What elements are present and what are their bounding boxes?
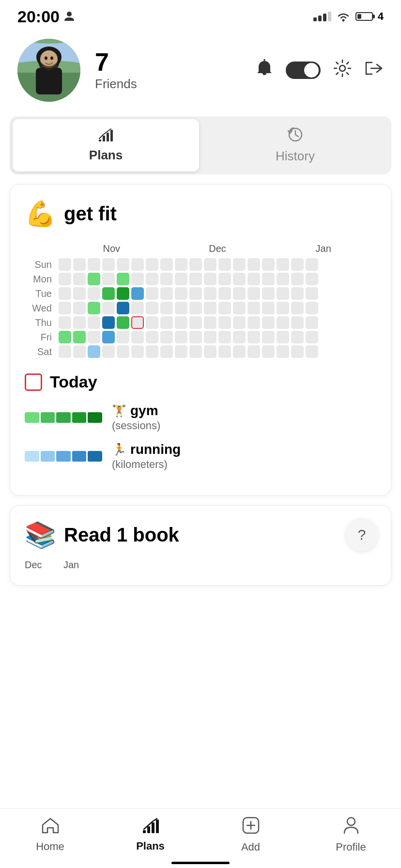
- nav-plans[interactable]: Plans: [122, 818, 180, 852]
- calendar-row-tue: Tue: [25, 287, 376, 300]
- month-dec: Dec: [165, 243, 271, 254]
- svg-point-10: [263, 59, 265, 61]
- home-icon: [42, 817, 59, 837]
- friends-count: 7: [95, 49, 137, 75]
- svg-point-11: [339, 65, 345, 71]
- settings-icon[interactable]: [333, 59, 352, 82]
- nav-plans-icon: [142, 818, 159, 837]
- calendar-row-wed: Wed: [25, 302, 376, 314]
- today-header: Today: [25, 372, 376, 391]
- nav-profile-icon: [343, 817, 359, 838]
- nav-add-label: Add: [241, 841, 260, 853]
- battery-level: 4: [378, 10, 384, 23]
- avatar: [17, 39, 80, 102]
- gym-name-row: 🏋️ gym: [112, 403, 160, 418]
- battery-icon: [355, 12, 373, 21]
- svg-rect-14: [107, 133, 109, 141]
- toggle-knob: [304, 63, 319, 78]
- profile-info: 7 Friends: [95, 49, 137, 92]
- svg-point-1: [342, 19, 344, 22]
- calendar-grid: Sun Mon: [25, 258, 376, 358]
- running-unit: (kilometers): [112, 458, 181, 471]
- today-checkbox[interactable]: [25, 373, 42, 391]
- friends-label: Friends: [95, 77, 137, 92]
- svg-point-8: [45, 57, 47, 60]
- profile-actions: [256, 59, 384, 82]
- plan-emoji: 💪: [25, 199, 56, 229]
- toggle-switch[interactable]: [286, 62, 321, 79]
- history-icon: [288, 127, 303, 146]
- svg-point-0: [67, 12, 72, 16]
- profile-header: 7 Friends: [0, 29, 401, 116]
- day-label-fri: Fri: [25, 332, 57, 343]
- calendar-row-sun: Sun: [25, 258, 376, 271]
- svg-rect-13: [103, 136, 105, 141]
- nav-home[interactable]: Home: [21, 817, 79, 853]
- gym-activity-info: 🏋️ gym (sessions): [112, 403, 160, 432]
- calendar-row-fri: Fri: [25, 331, 376, 343]
- day-label-sat: Sat: [25, 346, 57, 357]
- calendar-row-mon: Mon: [25, 273, 376, 285]
- book-month-dec: Dec: [25, 559, 63, 571]
- svg-rect-18: [147, 826, 150, 833]
- nav-indicator: [171, 862, 230, 864]
- get-fit-card: 💪 get fit Nov Dec Jan Sun Mon: [10, 184, 391, 496]
- book-month-jan: Jan: [63, 559, 102, 571]
- read-book-card: 📚 Read 1 book ? Dec Jan: [10, 505, 391, 586]
- svg-rect-20: [156, 820, 159, 833]
- today-label: Today: [50, 372, 97, 391]
- day-label-wed: Wed: [25, 303, 57, 314]
- notification-bell-icon[interactable]: [256, 59, 273, 82]
- tab-plans-label: Plans: [89, 148, 123, 163]
- status-icons: 4: [313, 10, 384, 23]
- person-icon: [64, 11, 74, 22]
- running-emoji: 🏃: [112, 443, 126, 456]
- month-nov: Nov: [59, 243, 165, 254]
- svg-point-22: [347, 818, 355, 825]
- running-bar: [25, 451, 102, 462]
- signal-icon: [313, 12, 331, 21]
- calendar-section: Nov Dec Jan Sun Mon: [25, 243, 376, 358]
- wifi-icon: [336, 11, 351, 22]
- nav-profile-label: Profile: [336, 841, 366, 853]
- nav-plans-label: Plans: [136, 840, 165, 852]
- time-display: 20:00: [17, 7, 60, 26]
- day-label-thu: Thu: [25, 317, 57, 328]
- status-time: 20:00: [17, 7, 74, 26]
- svg-rect-15: [110, 130, 113, 141]
- book-title-row: 📚 Read 1 book: [25, 520, 376, 550]
- avatar-image: [17, 39, 80, 102]
- status-bar: 20:00 4: [0, 0, 401, 29]
- book-emoji: 📚: [25, 520, 56, 550]
- running-activity-row: 🏃 running (kilometers): [25, 442, 376, 471]
- nav-home-label: Home: [36, 840, 64, 853]
- svg-rect-12: [99, 140, 101, 141]
- svg-rect-17: [143, 830, 146, 833]
- nav-add[interactable]: Add: [222, 817, 280, 853]
- day-label-sun: Sun: [25, 259, 57, 270]
- logout-icon[interactable]: [364, 60, 384, 81]
- help-button[interactable]: ?: [345, 518, 378, 551]
- plan-title-row: 💪 get fit: [25, 199, 376, 229]
- running-name-row: 🏃 running: [112, 442, 181, 457]
- book-months: Dec Jan: [25, 559, 376, 571]
- month-jan: Jan: [270, 243, 376, 254]
- gym-unit: (sessions): [112, 419, 160, 432]
- book-name: Read 1 book: [64, 524, 179, 546]
- plans-icon: [98, 128, 114, 145]
- day-label-mon: Mon: [25, 274, 57, 285]
- day-label-tue: Tue: [25, 288, 57, 299]
- svg-rect-5: [36, 68, 62, 94]
- gym-name: gym: [130, 403, 158, 418]
- calendar-months: Nov Dec Jan: [59, 243, 376, 254]
- nav-profile[interactable]: Profile: [322, 817, 380, 853]
- calendar-row-sat: Sat: [25, 345, 376, 358]
- svg-rect-19: [152, 822, 154, 833]
- gym-activity-row: 🏋️ gym (sessions): [25, 403, 376, 432]
- bottom-nav: Home Plans Add Pr: [0, 808, 401, 868]
- gym-emoji: 🏋️: [112, 404, 126, 418]
- today-section: Today 🏋️ gym (sessions): [25, 372, 376, 471]
- tab-plans[interactable]: Plans: [13, 119, 199, 171]
- tab-history[interactable]: History: [202, 119, 388, 171]
- gym-bar: [25, 412, 102, 423]
